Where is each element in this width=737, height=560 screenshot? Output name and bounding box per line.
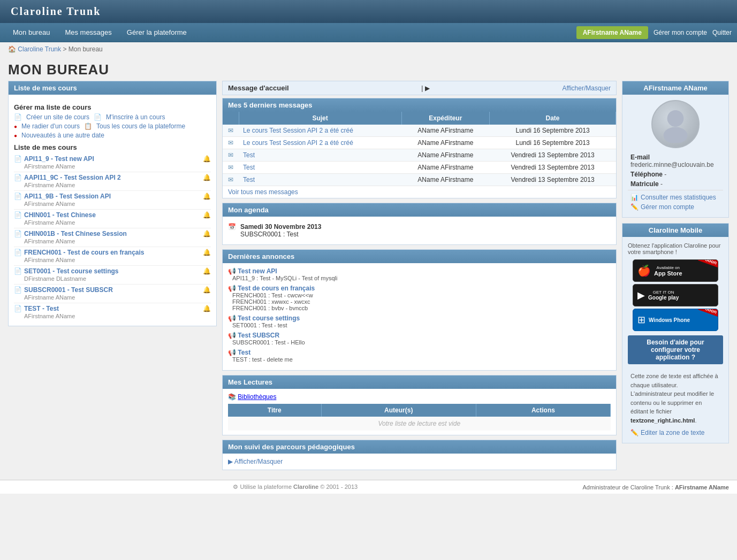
- agenda-item-content: Samedi 30 Novembre 2013 SUBSCR0001 : Tes…: [240, 223, 321, 238]
- table-row: ✉ Test AName AFirstname Vendredi 13 Sept…: [223, 162, 616, 174]
- course-action-icon: 🔔: [203, 230, 211, 237]
- course-item: 📄 SET0001 - Test course settings DFirstn…: [14, 266, 211, 285]
- msg-date-cell: Vendredi 13 Septembre 2013: [490, 162, 616, 174]
- announce-item: 📢 Test new API API11_9 : Test - MySQLi -…: [228, 267, 611, 281]
- course-item: 📄 SUBSCR0001 - Test SUBSCR AFirstname AN…: [14, 285, 211, 303]
- course-link[interactable]: SET0001 - Test course settings: [24, 267, 119, 275]
- account-link-label: Gérer mon compte: [641, 203, 694, 211]
- windows-phone-badge[interactable]: ⊞ Windows Phone Soon: [633, 309, 718, 331]
- footer-text: Utilise la plateforme: [240, 484, 293, 490]
- msg-date-cell: Lundi 16 Septembre 2013: [490, 137, 616, 149]
- announce-item: 📢 Test SUBSCR SUBSCR0001 : Test - HEllo: [228, 332, 611, 346]
- announce-link[interactable]: Test new API: [238, 267, 277, 275]
- course-link[interactable]: AAPI11_9C - Test Session API 2: [24, 174, 121, 181]
- welcome-header: Message d'accueil | ▶ Afficher/Masquer: [222, 81, 617, 95]
- all-courses-icon: 📋: [84, 122, 92, 130]
- mail-icon: ✉: [228, 164, 233, 171]
- news-link[interactable]: Nouveautés à une autre date: [21, 132, 104, 139]
- avatar: [651, 100, 700, 148]
- course-link[interactable]: SUBSCR0001 - Test SUBSCR: [24, 286, 113, 294]
- msg-subject-link[interactable]: Test: [243, 164, 255, 171]
- messages-table: Sujet Expéditeur Date ✉ Le cours Test Se…: [223, 112, 616, 186]
- breadcrumb-root[interactable]: Claroline Trunk: [18, 45, 61, 53]
- msg-subject-link[interactable]: Le cours Test Session API 2 a été créé: [243, 139, 353, 147]
- course-link[interactable]: FRENCH001 - Test de cours en français: [24, 249, 145, 256]
- all-courses-link[interactable]: Tous les cours de la plateforme: [96, 122, 185, 130]
- edit-zone-label: Editer la zone de texte: [641, 429, 704, 436]
- google-play-text: GET IT ON Google play: [648, 290, 679, 301]
- nav-manage-account[interactable]: Gérer mon compte: [654, 29, 707, 36]
- course-doc-icon: 📄: [14, 211, 22, 219]
- announce-icon: 📢: [228, 285, 236, 292]
- course-info: SET0001 - Test course settings DFirstnam…: [24, 267, 203, 282]
- nav-left: Mon bureau Mes messages Gérer la platefo…: [5, 23, 194, 42]
- enroll-course-icon: 📄: [94, 113, 102, 121]
- announce-link[interactable]: Test SUBSCR: [238, 332, 279, 339]
- enroll-course-link[interactable]: M'inscrire à un cours: [106, 113, 165, 121]
- footer-admin-user: AFirstname AName: [675, 484, 729, 490]
- msg-subject-link[interactable]: Test: [243, 176, 255, 183]
- nav-mes-messages[interactable]: Mes messages: [57, 23, 119, 42]
- edit-zone-link[interactable]: ✏️ Editer la zone de texte: [628, 428, 723, 438]
- see-all-link[interactable]: Voir tous mes messages: [228, 188, 298, 196]
- home-icon: 🏠: [8, 45, 16, 53]
- announce-link[interactable]: Test de cours en français: [238, 285, 315, 292]
- announce-link[interactable]: Test course settings: [238, 314, 300, 322]
- email-row: E-mail frederic.minne@uclouvain.be: [628, 154, 723, 168]
- unregister-link[interactable]: Me radier d'un cours: [21, 122, 80, 130]
- svg-point-0: [667, 110, 684, 127]
- announce-detail: TEST : test - delete me: [228, 356, 611, 363]
- course-link[interactable]: CHIN001B - Test Chinese Session: [24, 230, 127, 237]
- pencil-icon-2: ✏️: [630, 429, 639, 436]
- course-teacher: AFirstname AName: [24, 182, 75, 188]
- announce-item: 📢 Test TEST : test - delete me: [228, 349, 611, 363]
- course-link[interactable]: TEST - Test: [24, 305, 59, 312]
- msg-subject-cell: Le cours Test Session API 2 a été créé: [239, 125, 401, 137]
- android-icon: ▶: [637, 289, 645, 301]
- announce-link[interactable]: Test: [238, 349, 250, 356]
- account-link[interactable]: ✏️ Gérer mon compte: [628, 202, 723, 212]
- user-panel-body: E-mail frederic.minne@uclouvain.be Télép…: [622, 95, 728, 217]
- course-item: 📄 API11_9 - Test new API AFirstname ANam…: [14, 154, 211, 172]
- pencil-icon: ✏️: [630, 203, 639, 211]
- see-all-messages: Voir tous mes messages: [223, 186, 616, 198]
- create-course-link[interactable]: Créer un site de cours: [26, 113, 89, 121]
- mobile-panel-body: Obtenez l'application Claroline pour vot…: [622, 237, 728, 443]
- stats-link[interactable]: 📊 Consulter mes statistiques: [628, 193, 723, 202]
- course-action-icon: 🔔: [203, 174, 211, 181]
- parcours-panel-header: Mon suivi des parcours pédagogiques: [223, 440, 616, 454]
- course-link[interactable]: API11_9B - Test Session API: [24, 193, 111, 200]
- text-zone: Cette zone de texte est affichée à chaqu…: [628, 369, 723, 428]
- footer-right: Administrateur de Claroline Trunk : AFir…: [583, 484, 730, 490]
- mail-icon: ✉: [228, 151, 233, 159]
- matricule-row: Matricule -: [628, 180, 723, 188]
- announce-detail: API11_9 : Test - MySQLi - Test of mysqli: [228, 275, 611, 281]
- announce-detail: FRENCH001 : bvbv - bvnccb: [228, 305, 611, 311]
- course-link[interactable]: CHIN001 - Test Chinese: [24, 211, 96, 219]
- course-action-icon: 🔔: [203, 193, 211, 200]
- google-play-badge-content: ▶ GET IT ON Google play: [633, 285, 718, 306]
- course-info: API11_9 - Test new API AFirstname AName: [24, 155, 203, 170]
- nav-logout[interactable]: Quitter: [712, 29, 732, 36]
- app-store-badge[interactable]: 🍎 Available on App Store Soon: [633, 259, 718, 282]
- app-store-label: Available on: [654, 265, 682, 270]
- nav-gerer-plateforme[interactable]: Gérer la plateforme: [119, 23, 194, 42]
- welcome-toggle[interactable]: Afficher/Masquer: [562, 85, 611, 92]
- nav-mon-bureau[interactable]: Mon bureau: [5, 23, 57, 42]
- help-button[interactable]: Besoin d'aide pour configurer votre appl…: [628, 335, 723, 364]
- google-play-badge[interactable]: ▶ GET IT ON Google play: [633, 284, 718, 306]
- course-doc-icon: 📄: [14, 174, 22, 181]
- course-doc-icon: 📄: [14, 193, 22, 200]
- msg-col-date: Date: [490, 112, 616, 125]
- libraries-link[interactable]: Bibliothèques: [238, 393, 276, 401]
- msg-subject-cell: Test: [239, 162, 401, 174]
- course-link[interactable]: API11_9 - Test new API: [24, 155, 94, 163]
- announce-item: 📢 Test de cours en français FRENCH001 : …: [228, 285, 611, 311]
- msg-subject-link[interactable]: Le cours Test Session API 2 a été créé: [243, 127, 353, 134]
- course-action-row-3: ● Nouveautés à une autre date: [14, 132, 211, 139]
- breadcrumb-separator: >: [63, 45, 68, 53]
- google-play-label: GET IT ON: [648, 290, 679, 295]
- msg-subject-link[interactable]: Test: [243, 151, 255, 159]
- parcours-toggle[interactable]: Afficher/Masquer: [234, 458, 283, 465]
- footer-brand: Claroline: [293, 484, 318, 490]
